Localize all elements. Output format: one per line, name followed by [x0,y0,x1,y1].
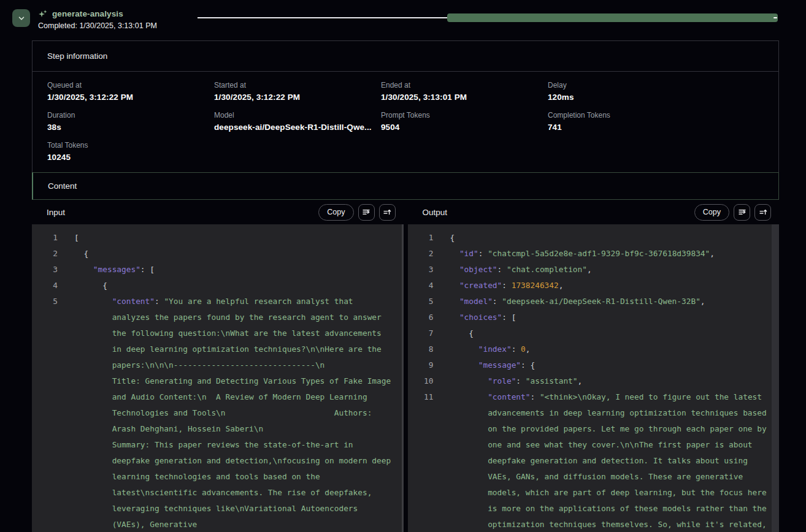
code-line: 5"model": "deepseek-ai/DeepSeek-R1-Disti… [423,294,767,310]
timeline-span-bar[interactable] [447,13,778,22]
output-panel-header: Output Copy [408,200,780,224]
line-number: 4 [47,278,58,294]
line-number: 1 [423,230,434,246]
line-number: 3 [47,262,58,278]
input-panel-header: Input Copy [32,200,404,224]
wrap-lines-icon [361,207,371,217]
code-line: 3"object": "chat.completion", [423,262,767,278]
scroll-top-button[interactable] [379,204,396,221]
line-number: 6 [423,310,434,325]
code-line: 4{ [47,278,391,294]
output-panel: Output Copy [408,200,780,532]
code-line: 5"content": "You are a helpful research … [47,294,391,532]
input-scrollbar[interactable] [402,224,404,532]
line-number: 2 [47,246,58,262]
copy-input-button[interactable]: Copy [318,204,353,221]
code-line: 9"message": { [423,357,767,373]
field-model: Model deepseek-ai/DeepSeek-R1-Distill-Qw… [214,111,381,132]
code-line: 7{ [423,325,767,341]
trace-step-view: generate-analysis Completed: 1/30/2025, … [0,0,806,532]
scroll-top-icon [382,207,392,217]
collapse-step-button[interactable] [12,9,30,27]
scroll-top-icon [758,207,768,217]
code-line: 1{ [423,230,767,246]
line-number: 9 [423,357,434,373]
line-number: 2 [423,246,434,262]
content-section-header: Content [32,172,779,200]
field-ended-at: Ended at 1/30/2025, 3:13:01 PM [381,81,548,102]
step-information-panel: Step information Queued at 1/30/2025, 3:… [32,40,779,173]
field-completion-tokens: Completion Tokens 741 [548,111,715,132]
step-name: generate-analysis [52,9,123,18]
field-duration: Duration 38s [47,111,214,132]
output-json-viewer[interactable]: 1{2"id": "chatcmpl-5a5d2e8e-adf1-9329-bf… [408,224,780,532]
code-line: 4"created": 1738246342, [423,278,767,294]
line-number: 8 [423,341,434,357]
field-total-tokens: Total Tokens 10245 [47,141,214,162]
chevron-down-icon [17,14,26,23]
input-panel-actions: Copy [318,204,395,221]
line-number: 5 [423,294,434,310]
line-number: 7 [423,325,434,341]
wrap-lines-button[interactable] [358,204,375,221]
code-line: 11"content": "<think>\nOkay, I need to f… [423,389,767,532]
output-panel-title: Output [423,208,448,217]
sparkles-icon [38,9,48,19]
line-number: 1 [47,230,58,246]
wrap-lines-button[interactable] [734,204,750,221]
timeline-end-tick [773,17,777,19]
code-line: 8"index": 0, [423,341,767,357]
line-number: 10 [423,373,434,389]
line-number: 3 [423,262,434,278]
step-timeline [198,9,778,26]
code-line: 10"role": "assistant", [423,373,767,389]
content-panels: Input Copy [32,200,779,532]
input-panel-title: Input [47,208,65,217]
line-number: 11 [423,389,434,532]
output-scrollbar[interactable] [772,224,779,532]
step-information-header: Step information [33,41,778,72]
field-prompt-tokens: Prompt Tokens 9504 [381,111,548,132]
code-line: 1[ [47,230,391,246]
scroll-top-button[interactable] [754,204,771,221]
line-number: 5 [47,294,58,532]
step-details: Step information Queued at 1/30/2025, 3:… [32,40,779,532]
code-line: 2{ [47,246,391,262]
wrap-lines-icon [737,207,747,217]
field-started-at: Started at 1/30/2025, 3:12:22 PM [214,81,381,102]
completed-timestamp: Completed: 1/30/2025, 3:13:01 PM [38,21,157,30]
copy-output-button[interactable]: Copy [694,204,729,221]
input-json-viewer[interactable]: 1[2{3"messages": [4{5"content": "You are… [32,224,404,532]
content-section-title: Content [48,181,77,191]
line-number: 4 [423,278,434,294]
step-header: generate-analysis Completed: 1/30/2025, … [0,0,806,38]
code-line: 2"id": "chatcmpl-5a5d2e8e-adf1-9329-bf9c… [423,246,767,262]
field-queued-at: Queued at 1/30/2025, 3:12:22 PM [47,81,214,102]
step-information-grid: Queued at 1/30/2025, 3:12:22 PM Started … [33,72,778,172]
input-panel: Input Copy [32,200,404,532]
field-delay: Delay 120ms [548,81,715,102]
code-line: 3"messages": [ [47,262,391,278]
step-heading: generate-analysis Completed: 1/30/2025, … [38,9,157,30]
output-panel-actions: Copy [694,204,771,221]
step-information-title: Step information [47,51,107,61]
code-line: 6"choices": [ [423,310,767,325]
